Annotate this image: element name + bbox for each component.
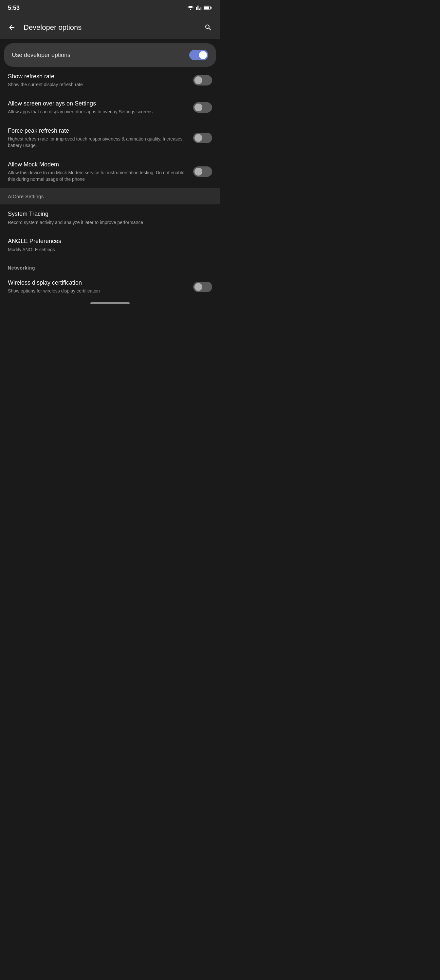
- setting-title-allow-mock-modem: Allow Mock Modem: [8, 161, 188, 169]
- setting-text-allow-screen-overlays: Allow screen overlays on Settings Allow …: [8, 100, 193, 115]
- app-bar: Developer options: [0, 16, 220, 39]
- svg-rect-1: [204, 6, 209, 9]
- aicore-section-header: AICore Settings: [0, 188, 220, 204]
- search-icon: [204, 24, 212, 32]
- setting-title-angle-preferences: ANGLE Preferences: [8, 237, 207, 245]
- dev-options-toggle[interactable]: [189, 50, 208, 60]
- setting-subtitle-allow-mock-modem: Allow this device to run Mock Modem serv…: [8, 170, 188, 183]
- signal-icon: [196, 5, 202, 11]
- toggle-allow-mock-modem[interactable]: [193, 166, 212, 177]
- toggle-thumb: [199, 51, 207, 59]
- back-arrow-icon: [8, 24, 16, 32]
- setting-text-allow-mock-modem: Allow Mock Modem Allow this device to ru…: [8, 161, 193, 183]
- back-button[interactable]: [5, 21, 18, 34]
- networking-label-text: Networking: [8, 265, 35, 270]
- setting-item-allow-screen-overlays[interactable]: Allow screen overlays on Settings Allow …: [0, 94, 220, 121]
- aicore-section-label: AICore Settings: [8, 194, 44, 199]
- dev-options-label: Use developer options: [12, 52, 70, 59]
- toggle-allow-screen-overlays[interactable]: [193, 102, 212, 113]
- setting-subtitle-angle-preferences: Modify ANGLE settings: [8, 247, 207, 253]
- svg-rect-2: [211, 7, 211, 9]
- setting-title-wireless-display-cert: Wireless display certification: [8, 279, 188, 286]
- setting-item-show-refresh-rate[interactable]: Show refresh rate Show the current displ…: [0, 67, 220, 94]
- dev-options-toggle-card[interactable]: Use developer options: [4, 43, 216, 67]
- setting-title-system-tracing: System Tracing: [8, 210, 207, 218]
- search-button[interactable]: [202, 21, 215, 34]
- setting-subtitle-wireless-display-cert: Show options for wireless display certif…: [8, 288, 188, 294]
- setting-item-force-peak-refresh-rate[interactable]: Force peak refresh rate Highest refresh …: [0, 121, 220, 155]
- setting-text-force-peak-refresh-rate: Force peak refresh rate Highest refresh …: [8, 127, 193, 149]
- status-bar: 5:53: [0, 0, 220, 16]
- setting-title-allow-screen-overlays: Allow screen overlays on Settings: [8, 100, 188, 107]
- wifi-icon: [187, 5, 194, 11]
- bottom-nav-indicator: [0, 301, 220, 308]
- networking-section-label: Networking: [0, 259, 220, 273]
- status-time: 5:53: [8, 5, 20, 11]
- battery-icon: [203, 5, 212, 11]
- setting-item-allow-mock-modem[interactable]: Allow Mock Modem Allow this device to ru…: [0, 155, 220, 189]
- setting-text-show-refresh-rate: Show refresh rate Show the current displ…: [8, 73, 193, 88]
- bottom-bar: [91, 302, 130, 304]
- status-icons: [187, 5, 212, 11]
- setting-subtitle-allow-screen-overlays: Allow apps that can display over other a…: [8, 109, 188, 115]
- toggle-thumb: [194, 168, 202, 175]
- toggle-thumb: [194, 283, 202, 291]
- setting-text-angle-preferences: ANGLE Preferences Modify ANGLE settings: [8, 237, 212, 253]
- networking-settings-list: Wireless display certification Show opti…: [0, 273, 220, 301]
- aicore-settings-list: System Tracing Record system activity an…: [0, 204, 220, 259]
- toggle-force-peak-refresh-rate[interactable]: [193, 133, 212, 143]
- page-title: Developer options: [24, 23, 197, 32]
- setting-text-wireless-display-cert: Wireless display certification Show opti…: [8, 279, 193, 294]
- toggle-wireless-display-cert[interactable]: [193, 282, 212, 292]
- setting-title-force-peak-refresh-rate: Force peak refresh rate: [8, 127, 188, 135]
- settings-list: Show refresh rate Show the current displ…: [0, 67, 220, 188]
- setting-item-wireless-display-cert[interactable]: Wireless display certification Show opti…: [0, 273, 220, 301]
- setting-item-system-tracing[interactable]: System Tracing Record system activity an…: [0, 204, 220, 232]
- setting-subtitle-system-tracing: Record system activity and analyze it la…: [8, 220, 207, 226]
- setting-title-show-refresh-rate: Show refresh rate: [8, 73, 188, 80]
- setting-subtitle-show-refresh-rate: Show the current display refresh rate: [8, 81, 188, 88]
- setting-item-angle-preferences[interactable]: ANGLE Preferences Modify ANGLE settings: [0, 232, 220, 259]
- setting-subtitle-force-peak-refresh-rate: Highest refresh rate for improved touch …: [8, 136, 188, 149]
- setting-text-system-tracing: System Tracing Record system activity an…: [8, 210, 212, 226]
- toggle-show-refresh-rate[interactable]: [193, 75, 212, 86]
- content-area: Use developer options Show refresh rate …: [0, 43, 220, 308]
